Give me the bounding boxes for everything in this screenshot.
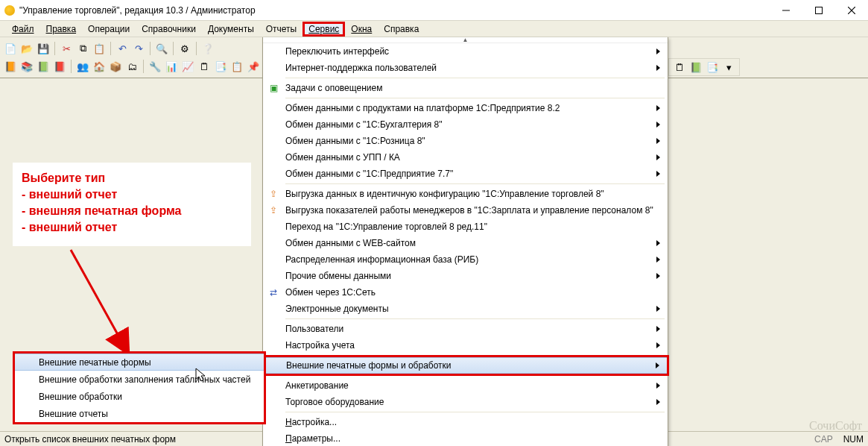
title-bar: "Управление торговлей", редакция 10.3 / …	[0, 0, 868, 21]
menu-help[interactable]: Справка	[378, 22, 425, 36]
dropdown-item-label: Пользователи	[285, 324, 343, 334]
submenu-item[interactable]: Внешние обработки	[15, 388, 264, 405]
maximize-button[interactable]	[802, 0, 835, 21]
tb-k-icon[interactable]: 📈	[180, 59, 195, 74]
dropdown-item-label: Обмен данными с "1С:Предприятие 7.7"	[285, 169, 453, 179]
menu-reports[interactable]: Отчеты	[260, 22, 302, 36]
menu-operations[interactable]: Операции	[82, 22, 136, 36]
tb-x2-icon[interactable]: 📗	[688, 60, 703, 75]
dropdown-item[interactable]: Обмен данными с "1С:Бухгалтерия 8"	[263, 116, 668, 133]
menu-documents[interactable]: Документы	[202, 22, 260, 36]
dropdown-item[interactable]: Переход на "1С:Управление торговлей 8 ре…	[263, 219, 668, 235]
menu-directories[interactable]: Справочники	[136, 22, 202, 36]
tb-m-icon[interactable]: 📑	[213, 59, 228, 74]
tb-sep	[150, 42, 151, 55]
dropdown-item-label: Настройка...	[285, 417, 337, 427]
close-icon	[848, 7, 855, 14]
tb-paste-icon[interactable]: 📋	[92, 41, 107, 56]
tb-x1-icon[interactable]: 🗒	[672, 60, 687, 75]
tb-g-icon[interactable]: 📦	[108, 59, 123, 74]
dropdown-item[interactable]: Торговое оборудование	[263, 394, 668, 410]
close-button[interactable]	[835, 0, 868, 21]
dropdown-item[interactable]: Обмен данными с "1С:Розница 8"	[263, 133, 668, 149]
tb-d-icon[interactable]: 📕	[52, 59, 67, 74]
tb-undo-icon[interactable]: ↶	[115, 41, 130, 56]
minimize-icon	[782, 7, 790, 14]
annotation-box: Выберите тип - внешний отчет - внешняя п…	[13, 163, 251, 246]
tb-sep	[110, 42, 111, 55]
dropdown-item[interactable]: Параметры...	[263, 430, 668, 446]
menu-label: Сервис	[308, 24, 339, 34]
dropdown-item-label: Обмен данными с "1С:Бухгалтерия 8"	[285, 119, 443, 130]
dropdown-scroll-up-icon[interactable]: ▲	[263, 37, 668, 43]
dropdown-item[interactable]: Обмен данными с "1С:Предприятие 7.7"	[263, 166, 668, 182]
dropdown-item[interactable]: Электронные документы	[263, 301, 668, 317]
dropdown-item-label: Выгрузка показателей работы менеджеров в…	[285, 205, 653, 216]
tb-sep	[54, 42, 55, 55]
dropdown-item[interactable]: ⇪Выгрузка показателей работы менеджеров …	[263, 202, 668, 219]
tb-e-icon[interactable]: 👥	[75, 59, 90, 74]
export-icon: ⇪	[267, 204, 279, 216]
annotation-arrow	[63, 246, 145, 368]
dropdown-item[interactable]: ⇪Выгрузка данных в идентичную конфигурац…	[263, 186, 668, 202]
menu-service-highlight: Сервис	[302, 22, 345, 37]
status-cap: CAP	[814, 434, 833, 445]
annotation-line: Выберите тип	[22, 170, 241, 186]
tb-c-icon[interactable]: 📗	[36, 59, 51, 74]
window-title: "Управление торговлей", редакция 10.3 / …	[19, 5, 256, 16]
menu-label: Справочники	[142, 24, 196, 34]
tb-redo-icon[interactable]: ↷	[131, 41, 146, 56]
tb-cut-icon[interactable]: ✂	[59, 41, 74, 56]
tb-sep	[71, 60, 72, 73]
tb-new-icon[interactable]: 📄	[3, 41, 18, 56]
tb-search-icon[interactable]: 🔍	[154, 41, 169, 56]
dropdown-item[interactable]: Обмен данными с УПП / КА	[263, 149, 668, 166]
dropdown-separator	[285, 183, 665, 184]
dropdown-item[interactable]: Внешние печатные формы и обработки	[264, 357, 667, 374]
menu-service[interactable]: Сервис	[305, 24, 343, 34]
submenu-item[interactable]: Внешние печатные формы	[15, 354, 264, 371]
menu-label: Отчеты	[266, 24, 297, 34]
menu-windows[interactable]: Окна	[345, 22, 378, 36]
tb-save-icon[interactable]: 💾	[36, 41, 51, 56]
menu-label: Операции	[88, 24, 130, 34]
dropdown-item-label: Параметры...	[285, 433, 340, 444]
dropdown-item[interactable]: Настройка...	[263, 414, 668, 430]
tb-tool-icon[interactable]: ⚙	[177, 41, 192, 56]
dropdown-item[interactable]: Анкетирование	[263, 377, 668, 394]
dropdown-item[interactable]: Распределенная информационная база (РИБ)	[263, 251, 668, 268]
tb-f-icon[interactable]: 🏠	[92, 59, 107, 74]
tb-x4-icon[interactable]: ▾	[721, 60, 736, 75]
tb-n-icon[interactable]: 📋	[229, 59, 244, 74]
tb-open-icon[interactable]: 📂	[19, 41, 34, 56]
dropdown-item[interactable]: Интернет-поддержка пользователей	[263, 60, 668, 76]
menu-file[interactable]: Файл	[6, 22, 40, 36]
menu-edit[interactable]: Правка	[40, 22, 83, 36]
minimize-button[interactable]	[770, 0, 802, 21]
tb-b-icon[interactable]: 📚	[19, 59, 34, 74]
dropdown-item[interactable]: Пользователи	[263, 321, 668, 337]
toolbar-fragment: 🗒 📗 📑 ▾	[668, 58, 740, 76]
tb-help-icon[interactable]: ❔	[200, 41, 215, 56]
dropdown-separator	[285, 98, 665, 98]
dropdown-item[interactable]: Настройка учета	[263, 337, 668, 354]
submenu-item[interactable]: Внешние обработки заполнения табличных ч…	[15, 371, 264, 388]
dropdown-item[interactable]: ⇄Обмен через 1С:Сеть	[263, 284, 668, 301]
tb-j-icon[interactable]: 📊	[164, 59, 179, 74]
dropdown-item[interactable]: Обмен данными с продуктами на платформе …	[263, 100, 668, 116]
tb-copy-icon[interactable]: ⧉	[75, 41, 90, 56]
menu-bar: Файл Правка Операции Справочники Докумен…	[0, 21, 868, 37]
tb-x3-icon[interactable]: 📑	[705, 60, 720, 75]
tb-h-icon[interactable]: 🗂	[124, 59, 139, 74]
tb-o-icon[interactable]: 📌	[246, 59, 261, 74]
dropdown-item-label: Электронные документы	[285, 304, 389, 314]
submenu-item[interactable]: Внешние отчеты	[15, 405, 264, 422]
dropdown-item[interactable]: Прочие обмены данными	[263, 268, 668, 284]
dropdown-item[interactable]: Обмен данными с WEB-сайтом	[263, 235, 668, 251]
dropdown-item[interactable]: ▣Задачи с оповещением	[263, 80, 668, 96]
tb-i-icon[interactable]: 🔧	[148, 59, 162, 74]
tb-a-icon[interactable]: 📙	[3, 59, 18, 74]
tb-l-icon[interactable]: 🗒	[197, 59, 212, 74]
dropdown-item[interactable]: Переключить интерфейс	[263, 43, 668, 60]
dropdown-item-label: Внешние печатные формы и обработки	[286, 360, 452, 371]
